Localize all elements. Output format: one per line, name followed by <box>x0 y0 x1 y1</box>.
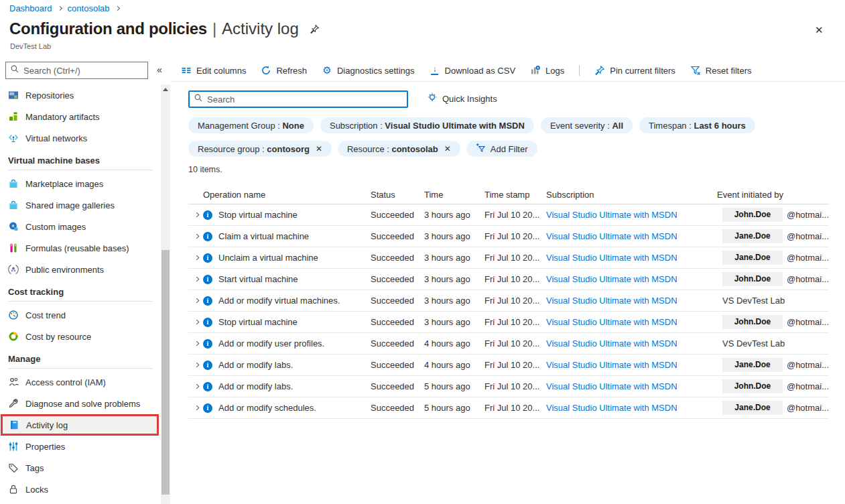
sidebar-item-cost-trend[interactable]: Cost trend <box>0 304 159 326</box>
add-filter-button[interactable]: Add Filter <box>466 141 537 157</box>
table-row[interactable]: Unclaim a virtual machine Succeeded 3 ho… <box>188 247 829 269</box>
activity-log-icon <box>9 420 19 430</box>
col-time[interactable]: Time <box>424 190 484 200</box>
sidebar-item-repositories[interactable]: Repositories <box>0 84 159 106</box>
download-csv-button[interactable]: ↓ Download as CSV <box>430 65 516 76</box>
table-row[interactable]: Add or modify labs. Succeeded 4 hours ag… <box>188 355 829 376</box>
sidebar-item-tags[interactable]: Tags <box>0 457 159 479</box>
col-status[interactable]: Status <box>371 190 424 200</box>
expand-chevron-icon[interactable] <box>193 384 200 389</box>
sidebar-item-public-environments[interactable]: Public environments <box>0 259 159 280</box>
expand-chevron-icon[interactable] <box>193 234 200 239</box>
col-subscription[interactable]: Subscription <box>546 190 717 200</box>
access-control-icon <box>8 377 19 387</box>
sidebar-section-vm-bases: Virtual machine bases <box>0 149 161 170</box>
col-event-initiated-by[interactable]: Event initiated by <box>717 190 829 200</box>
table-row[interactable]: Add or modify user profiles. Succeeded 4… <box>188 333 829 355</box>
expand-chevron-icon[interactable] <box>193 255 200 260</box>
breadcrumb-contosolab-link[interactable]: contosolab <box>68 3 110 13</box>
redacted-name: John.Doe <box>722 315 783 329</box>
activity-table: Operation name Status Time Time stamp Su… <box>188 185 829 419</box>
sidebar-item-mandatory-artifacts[interactable]: Mandatory artifacts <box>0 106 159 127</box>
remove-filter-icon[interactable]: ✕ <box>316 144 322 153</box>
sidebar-item-custom-images[interactable]: Custom images <box>0 216 159 237</box>
remove-filter-icon[interactable]: ✕ <box>444 144 451 153</box>
sidebar-search[interactable] <box>5 62 148 79</box>
sidebar-item-virtual-networks[interactable]: Virtual networks <box>0 127 159 149</box>
col-operation-name[interactable]: Operation name <box>203 190 371 200</box>
close-icon[interactable]: ✕ <box>815 24 824 36</box>
sidebar-item-label: Properties <box>25 442 65 452</box>
diagnostics-settings-button[interactable]: ⚙ Diagnostics settings <box>322 65 415 76</box>
redacted-name: Jane.Doe <box>722 358 783 372</box>
refresh-icon <box>261 65 271 76</box>
filter-pill-resource[interactable]: Resourcecontosolab ✕ <box>338 141 460 157</box>
pin-blade-icon[interactable] <box>310 24 320 34</box>
expand-chevron-icon[interactable] <box>193 363 200 367</box>
table-row[interactable]: Stop virtual machine Succeeded 3 hours a… <box>188 312 829 333</box>
subscription-link[interactable]: Visual Studio Ultimate with MSDN <box>546 338 677 349</box>
sidebar-item-access-control[interactable]: Access control (IAM) <box>0 371 159 393</box>
lightbulb-icon <box>427 92 438 105</box>
sidebar-item-shared-image-galleries[interactable]: Shared image galleries <box>0 194 159 216</box>
expand-chevron-icon[interactable] <box>193 341 200 346</box>
filter-pill-subscription[interactable]: SubscriptionVisual Studio Ultimate with … <box>320 117 534 133</box>
collapse-sidebar-icon[interactable]: « <box>157 64 162 75</box>
title-separator: | <box>212 19 216 38</box>
subscription-link[interactable]: Visual Studio Ultimate with MSDN <box>546 210 677 220</box>
subscription-link[interactable]: Visual Studio Ultimate with MSDN <box>546 360 677 370</box>
activity-search[interactable] <box>188 90 408 108</box>
filter-pills-row-2: Resource groupcontosorg ✕ Resourcecontos… <box>188 141 537 157</box>
table-row[interactable]: Add or modify schedules. Succeeded 5 hou… <box>188 397 829 419</box>
expand-chevron-icon[interactable] <box>193 212 200 217</box>
sidebar-item-activity-log[interactable]: Activity log <box>1 414 159 436</box>
scroll-up-icon[interactable] <box>163 88 168 91</box>
subscription-link[interactable]: Visual Studio Ultimate with MSDN <box>546 317 677 327</box>
sidebar-item-locks[interactable]: Locks <box>0 479 159 500</box>
filter-pill-timespan[interactable]: TimespanLast 6 hours <box>639 117 755 133</box>
activity-search-input[interactable] <box>207 94 403 105</box>
sidebar-item-label: Formulas (reusable bases) <box>25 243 129 253</box>
command-bar: Edit columns Refresh ⚙ Diagnostics setti… <box>181 62 751 79</box>
subscription-link[interactable]: Visual Studio Ultimate with MSDN <box>546 381 677 391</box>
expand-chevron-icon[interactable] <box>193 320 200 324</box>
expand-chevron-icon[interactable] <box>193 277 200 281</box>
table-row[interactable]: Add or modify labs. Succeeded 5 hours ag… <box>188 376 829 397</box>
subscription-link[interactable]: Visual Studio Ultimate with MSDN <box>546 231 677 241</box>
filter-pill-resource-group[interactable]: Resource groupcontosorg ✕ <box>188 141 332 157</box>
locks-icon <box>8 484 19 495</box>
quick-insights-button[interactable]: Quick Insights <box>427 92 497 105</box>
sidebar-item-formulas[interactable]: Formulas (reusable bases) <box>0 237 159 259</box>
table-row[interactable]: Claim a virtual machine Succeeded 3 hour… <box>188 226 829 247</box>
subscription-link[interactable]: Visual Studio Ultimate with MSDN <box>546 253 677 263</box>
initiated-by: VS DevTest Lab <box>717 338 785 349</box>
subscription-link[interactable]: Visual Studio Ultimate with MSDN <box>546 274 677 284</box>
filter-pill-event-severity[interactable]: Event severityAll <box>541 117 633 133</box>
scrollbar-thumb[interactable] <box>161 250 170 495</box>
sidebar-item-diagnose[interactable]: Diagnose and solve problems <box>0 393 159 414</box>
col-time-stamp[interactable]: Time stamp <box>484 190 546 200</box>
refresh-button[interactable]: Refresh <box>261 65 307 76</box>
sidebar-scrollbar[interactable] <box>161 84 170 504</box>
pin-current-filters-button[interactable]: Pin current filters <box>594 65 675 76</box>
edit-columns-button[interactable]: Edit columns <box>181 65 246 76</box>
subscription-link[interactable]: Visual Studio Ultimate with MSDN <box>546 296 677 306</box>
subscription-link[interactable]: Visual Studio Ultimate with MSDN <box>546 403 677 413</box>
search-icon <box>10 64 19 76</box>
table-row[interactable]: Add or modify virtual machines. Succeede… <box>188 290 829 312</box>
breadcrumb-dashboard-link[interactable]: Dashboard <box>9 3 52 13</box>
filter-pill-management-group[interactable]: Management GroupNone <box>188 117 314 133</box>
expand-chevron-icon[interactable] <box>193 298 200 303</box>
sidebar-item-marketplace-images[interactable]: Marketplace images <box>0 173 159 194</box>
sidebar-search-input[interactable] <box>23 66 143 76</box>
table-row[interactable]: Stop virtual machine Succeeded 3 hours a… <box>188 204 829 226</box>
sidebar-item-label: Cost by resource <box>25 332 91 342</box>
sidebar-item-cost-by-resource[interactable]: Cost by resource <box>0 326 159 347</box>
table-row[interactable]: Start virtual machine Succeeded 3 hours … <box>188 269 829 290</box>
redacted-name: Jane.Doe <box>722 401 783 415</box>
reset-filters-button[interactable]: Reset filters <box>690 65 752 76</box>
cost-by-resource-icon <box>8 331 19 342</box>
sidebar-item-properties[interactable]: Properties <box>0 436 159 457</box>
expand-chevron-icon[interactable] <box>193 405 200 410</box>
logs-button[interactable]: Logs <box>530 65 564 76</box>
